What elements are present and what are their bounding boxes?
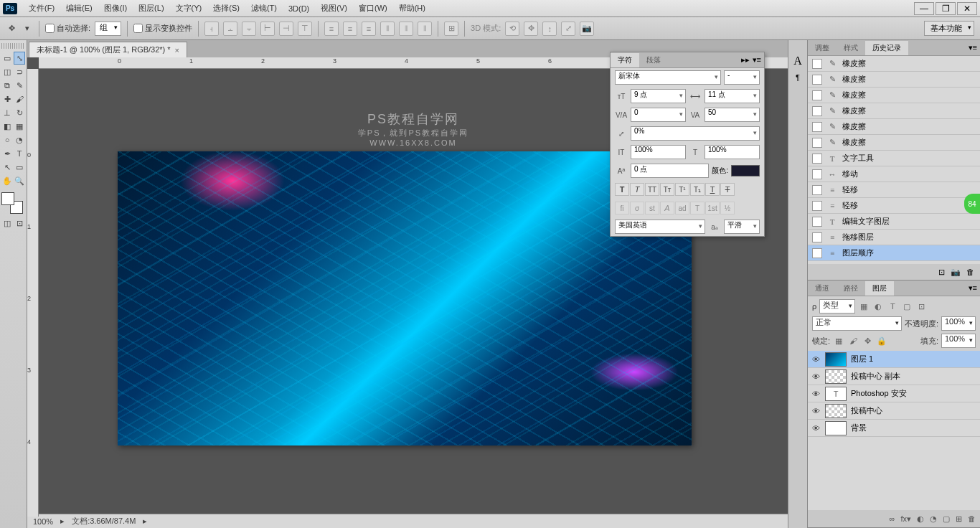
link-icon[interactable]: ∞	[890, 514, 895, 523]
baseline[interactable]: 0 点	[631, 164, 709, 178]
visibility-icon[interactable]: 👁	[811, 372, 821, 381]
zoom-tool[interactable]: 🔍	[14, 174, 25, 187]
menu-type[interactable]: 文字(Y)	[170, 1, 208, 15]
group-select[interactable]: 组	[95, 22, 121, 36]
move-tool[interactable]: ▭	[1, 52, 13, 65]
leading[interactable]: 11 点	[705, 89, 760, 103]
align-btn[interactable]: ⊢	[260, 22, 275, 36]
type-filter-icon[interactable]: T	[887, 301, 898, 312]
align-btn[interactable]: ⊣	[279, 22, 293, 36]
dropdown-icon[interactable]: ▾	[22, 23, 33, 34]
ot-btn[interactable]: ad	[675, 202, 689, 214]
maximize-button[interactable]: ❐	[936, 2, 956, 15]
strike-btn[interactable]: T	[720, 183, 735, 196]
new-layer-icon[interactable]: ⊞	[956, 514, 962, 524]
ot-btn[interactable]: fi	[615, 202, 629, 214]
show-transform-check[interactable]: 显示变换控件	[133, 23, 192, 34]
panel-menu-icon[interactable]: ▾≡	[969, 43, 977, 52]
pen-tool[interactable]: ✒	[1, 147, 13, 160]
crop-tool[interactable]: ⧉	[1, 79, 13, 92]
history-brush-tool[interactable]: ↻	[14, 106, 25, 119]
blend-mode[interactable]: 正常	[812, 316, 902, 331]
lock-pixels-icon[interactable]: 🖌	[847, 335, 859, 346]
zoom-level[interactable]: 100%	[33, 517, 53, 526]
smallcaps-btn[interactable]: Tт	[660, 183, 674, 196]
history-item[interactable]: ≡图层顺序	[808, 245, 980, 261]
opacity-input[interactable]: 100%	[941, 316, 976, 331]
dodge-tool[interactable]: ◔	[14, 133, 25, 146]
visibility-icon[interactable]: 👁	[811, 355, 821, 364]
camera-icon[interactable]: 📷	[951, 268, 961, 277]
history-item[interactable]: ≡拖移图层	[808, 230, 980, 245]
v-scale[interactable]: 100%	[631, 145, 686, 159]
layers-tab[interactable]: 图层	[865, 281, 894, 296]
menu-window[interactable]: 窗口(W)	[353, 1, 393, 15]
distribute-btn[interactable]: ≡	[324, 22, 339, 36]
type-panel-icon[interactable]: A	[793, 55, 802, 67]
font-style[interactable]: -	[724, 70, 760, 85]
ot-btn[interactable]: A	[660, 202, 674, 214]
history-item[interactable]: ✎橡皮擦	[808, 88, 980, 103]
color-swatches[interactable]	[1, 192, 23, 214]
fill-input[interactable]: 100%	[941, 334, 976, 348]
lock-all-icon[interactable]: 🔒	[876, 335, 887, 346]
menu-3d[interactable]: 3D(D)	[283, 3, 315, 14]
adjust-filter-icon[interactable]: ◐	[872, 301, 884, 312]
path-tool[interactable]: ↖	[1, 161, 13, 174]
layer-item[interactable]: 👁投稿中心	[808, 402, 980, 420]
visibility-icon[interactable]: 👁	[811, 390, 821, 398]
eyedropper-tool[interactable]: ✎	[14, 79, 25, 92]
menu-edit[interactable]: 编辑(E)	[60, 1, 98, 15]
scale[interactable]: 0%	[631, 126, 760, 141]
screen-mode[interactable]: ⊡	[14, 217, 26, 230]
paths-tab[interactable]: 路径	[837, 281, 865, 296]
type-tool[interactable]: T	[14, 147, 25, 160]
styles-tab[interactable]: 样式	[837, 41, 865, 55]
history-item[interactable]: ✎橡皮擦	[808, 135, 980, 151]
menu-layer[interactable]: 图层(L)	[133, 1, 169, 15]
fx-icon[interactable]: fx▾	[900, 514, 911, 524]
trash-icon[interactable]: 🗑	[968, 514, 976, 523]
close-icon[interactable]: ×	[175, 46, 179, 55]
menu-view[interactable]: 视图(V)	[315, 1, 353, 15]
distribute-btn[interactable]: ⦀	[418, 22, 432, 36]
font-family[interactable]: 新宋体	[615, 70, 721, 85]
marquee-tool[interactable]: ◫	[1, 65, 13, 78]
history-item[interactable]: ≡轻移	[808, 198, 980, 214]
kind-filter[interactable]: 类型	[819, 299, 855, 314]
lock-position-icon[interactable]: ✥	[862, 335, 873, 346]
mask-icon[interactable]: ◐	[917, 514, 924, 524]
canvas[interactable]	[118, 151, 692, 446]
lock-transparency-icon[interactable]: ▦	[833, 335, 844, 346]
visibility-icon[interactable]: 👁	[811, 407, 821, 415]
align-btn[interactable]: ⊤	[298, 22, 312, 36]
gradient-tool[interactable]: ▦	[14, 120, 25, 133]
layer-item[interactable]: 👁图层 1	[808, 351, 980, 368]
shape-filter-icon[interactable]: ▢	[901, 301, 913, 312]
healing-tool[interactable]: ✚	[1, 93, 13, 105]
eraser-tool[interactable]: ◧	[1, 120, 13, 133]
history-item[interactable]: ✎橡皮擦	[808, 72, 980, 88]
history-tab[interactable]: 历史记录	[865, 41, 908, 55]
ot-btn[interactable]: T	[690, 202, 705, 214]
superscript-btn[interactable]: T¹	[675, 183, 689, 196]
layer-item[interactable]: 👁投稿中心 副本	[808, 368, 980, 385]
history-item[interactable]: ✎橡皮擦	[808, 103, 980, 119]
tracking[interactable]: 50	[705, 108, 760, 122]
ot-btn[interactable]: σ	[630, 202, 644, 214]
3d-btn[interactable]: ✥	[524, 22, 538, 36]
underline-btn[interactable]: T	[705, 183, 720, 196]
channels-tab[interactable]: 通道	[808, 281, 837, 296]
layer-item[interactable]: 👁TPhotoshop 安安	[808, 385, 980, 402]
type-color[interactable]	[731, 165, 760, 176]
workspace-preset[interactable]: 基本功能	[924, 21, 974, 36]
paragraph-tab[interactable]: 段落	[639, 53, 668, 67]
close-button[interactable]: ✕	[957, 2, 977, 15]
history-item[interactable]: ✎橡皮擦	[808, 119, 980, 135]
paragraph-panel-icon[interactable]: ¶	[796, 73, 800, 82]
3d-btn[interactable]: ⟲	[505, 22, 519, 36]
3d-btn[interactable]: ⤢	[561, 22, 575, 36]
character-panel[interactable]: 字符 段落 ▸▸▾≡ 新宋体- тT9 点⟷11 点 V/A0VA50 ⤢0% …	[610, 52, 765, 237]
group-icon[interactable]: ▢	[943, 514, 950, 524]
distribute-btn[interactable]: ⦀	[399, 22, 413, 36]
